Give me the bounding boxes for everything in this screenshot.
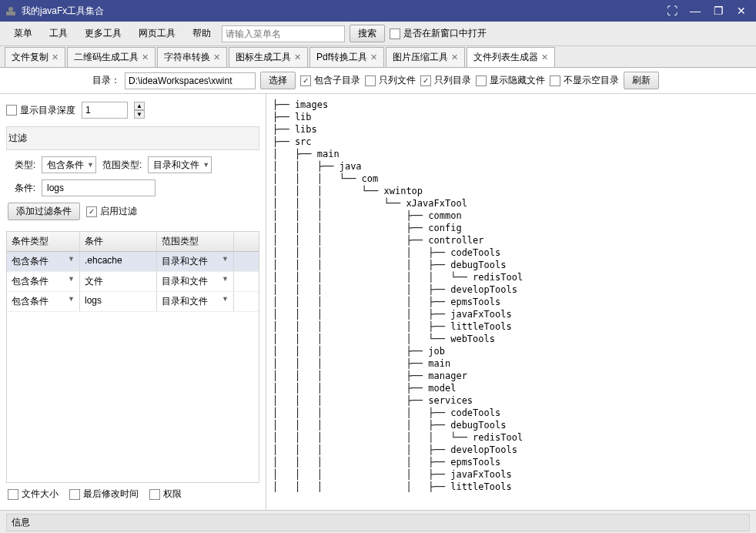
down-arrow-icon[interactable]: ▼ xyxy=(134,110,145,119)
include-sub-checkbox[interactable]: 包含子目录 xyxy=(300,74,360,87)
depth-spinner[interactable]: ▲▼ xyxy=(134,102,145,119)
menu-item-2[interactable]: 更多工具 xyxy=(79,24,128,43)
depth-input[interactable] xyxy=(82,102,128,119)
menubar: 菜单 工具 更多工具 网页工具 帮助 搜索 是否在新窗口中打开 xyxy=(0,22,756,46)
tree-output[interactable]: ├── images ├── lib ├── libs ├── src │ ├─… xyxy=(266,94,756,510)
tab-2[interactable]: 字符串转换✕ xyxy=(157,47,227,67)
include-sub-label: 包含子目录 xyxy=(314,74,360,87)
filter-title: 过滤 xyxy=(6,126,259,150)
close-button[interactable]: ✕ xyxy=(730,5,753,17)
tab-1[interactable]: 二维码生成工具✕ xyxy=(67,47,156,67)
td-scope[interactable]: 目录和文件▼ xyxy=(157,272,234,291)
checkbox-icon xyxy=(420,75,431,86)
chevron-down-icon: ▼ xyxy=(68,255,75,263)
maximize-restore-button[interactable]: ⛶ xyxy=(661,5,684,17)
close-icon[interactable]: ✕ xyxy=(52,52,59,62)
table-header: 条件类型 条件 范围类型 xyxy=(7,232,259,252)
th-type[interactable]: 条件类型 xyxy=(7,232,80,251)
td-type[interactable]: 包含条件▼ xyxy=(7,292,80,311)
dir-label: 目录： xyxy=(92,74,120,87)
mod-time-checkbox[interactable]: 最后修改时间 xyxy=(69,488,139,501)
menu-item-3[interactable]: 网页工具 xyxy=(132,24,182,43)
tab-5[interactable]: 图片压缩工具✕ xyxy=(386,47,465,67)
chevron-down-icon: ▼ xyxy=(202,161,209,169)
table-row[interactable]: 包含条件▼logs目录和文件▼ xyxy=(7,292,259,312)
close-icon[interactable]: ✕ xyxy=(541,52,548,62)
tab-label: 图片压缩工具 xyxy=(393,51,448,64)
menu-item-4[interactable]: 帮助 xyxy=(186,24,217,43)
type-combo[interactable]: 包含条件▼ xyxy=(42,156,96,173)
enable-filter-checkbox[interactable]: 启用过滤 xyxy=(86,205,137,218)
close-icon[interactable]: ✕ xyxy=(451,52,458,62)
content-area: 显示目录深度 ▲▼ 过滤 类型: 包含条件▼ 范围类型: 目录和文件▼ 条件: … xyxy=(0,94,756,510)
tab-3[interactable]: 图标生成工具✕ xyxy=(229,47,308,67)
chevron-down-icon: ▼ xyxy=(87,161,94,169)
show-hidden-checkbox[interactable]: 显示隐藏文件 xyxy=(476,74,545,87)
tab-label: 文件列表生成器 xyxy=(473,51,538,64)
info-title: 信息 xyxy=(6,514,750,531)
chevron-down-icon: ▼ xyxy=(222,255,229,263)
checkbox-icon xyxy=(390,28,400,39)
type-label: 类型: xyxy=(8,159,35,172)
path-input[interactable] xyxy=(125,72,256,89)
menu-item-1[interactable]: 工具 xyxy=(43,24,74,43)
checkbox-icon xyxy=(550,75,560,86)
scope-type-label: 范围类型: xyxy=(102,159,142,172)
td-cond[interactable]: .ehcache xyxy=(80,252,157,271)
show-depth-checkbox[interactable]: 显示目录深度 xyxy=(6,104,75,117)
hide-empty-checkbox[interactable]: 不显示空目录 xyxy=(550,74,619,87)
minimize-button[interactable]: — xyxy=(684,5,707,17)
tab-label: 字符串转换 xyxy=(164,51,210,64)
menu-item-0[interactable]: 菜单 xyxy=(8,24,38,43)
only-dirs-checkbox[interactable]: 只列目录 xyxy=(420,74,471,87)
table-row[interactable]: 包含条件▼.ehcache目录和文件▼ xyxy=(7,252,259,272)
checkbox-icon xyxy=(300,75,311,86)
table-row[interactable]: 包含条件▼文件目录和文件▼ xyxy=(7,272,259,292)
checkbox-icon xyxy=(6,105,17,116)
cond-label: 条件: xyxy=(8,182,35,195)
td-type[interactable]: 包含条件▼ xyxy=(7,272,80,291)
type-value: 包含条件 xyxy=(47,159,84,172)
menu-search-input[interactable] xyxy=(222,25,345,42)
only-files-label: 只列文件 xyxy=(379,74,416,87)
svg-point-1 xyxy=(8,7,13,12)
open-new-window-checkbox[interactable]: 是否在新窗口中打开 xyxy=(390,27,487,40)
only-dirs-label: 只列目录 xyxy=(434,74,471,87)
left-panel: 显示目录深度 ▲▼ 过滤 类型: 包含条件▼ 范围类型: 目录和文件▼ 条件: … xyxy=(0,94,266,510)
scope-type-combo[interactable]: 目录和文件▼ xyxy=(148,156,212,173)
scope-type-value: 目录和文件 xyxy=(153,159,199,172)
restore-button[interactable]: ❐ xyxy=(707,5,730,17)
only-files-checkbox[interactable]: 只列文件 xyxy=(365,74,416,87)
th-cond[interactable]: 条件 xyxy=(80,232,157,251)
td-cond[interactable]: logs xyxy=(80,292,157,311)
search-button[interactable]: 搜索 xyxy=(350,25,385,42)
td-type[interactable]: 包含条件▼ xyxy=(7,252,80,271)
add-filter-button[interactable]: 添加过滤条件 xyxy=(8,203,80,220)
perm-checkbox[interactable]: 权限 xyxy=(149,488,182,501)
th-scope[interactable]: 范围类型 xyxy=(157,232,234,251)
close-icon[interactable]: ✕ xyxy=(142,52,149,62)
mod-time-label: 最后修改时间 xyxy=(83,488,139,501)
tab-6[interactable]: 文件列表生成器✕ xyxy=(467,47,555,67)
up-arrow-icon[interactable]: ▲ xyxy=(134,102,145,110)
td-cond[interactable]: 文件 xyxy=(80,272,157,291)
checkbox-icon xyxy=(8,489,18,500)
file-size-checkbox[interactable]: 文件大小 xyxy=(8,488,59,501)
close-icon[interactable]: ✕ xyxy=(294,52,301,62)
open-new-window-label: 是否在新窗口中打开 xyxy=(403,27,487,40)
hide-empty-label: 不显示空目录 xyxy=(564,74,619,87)
filter-table: 条件类型 条件 范围类型 包含条件▼.ehcache目录和文件▼包含条件▼文件目… xyxy=(6,231,259,483)
tab-4[interactable]: Pdf转换工具✕ xyxy=(309,47,384,67)
titlebar: 我的javaFx工具集合 ⛶ — ❐ ✕ xyxy=(0,0,756,22)
close-icon[interactable]: ✕ xyxy=(213,52,220,62)
close-icon[interactable]: ✕ xyxy=(370,52,377,62)
td-scope[interactable]: 目录和文件▼ xyxy=(157,292,234,311)
tab-label: 图标生成工具 xyxy=(236,51,291,64)
refresh-button[interactable]: 刷新 xyxy=(624,72,659,89)
tab-0[interactable]: 文件复制✕ xyxy=(5,47,65,67)
chevron-down-icon: ▼ xyxy=(68,295,75,303)
cond-input[interactable] xyxy=(42,179,156,196)
info-bar: 信息 总目录数: 169 总文件数: 0 xyxy=(0,510,756,533)
td-scope[interactable]: 目录和文件▼ xyxy=(157,252,234,271)
choose-button[interactable]: 选择 xyxy=(260,72,296,89)
